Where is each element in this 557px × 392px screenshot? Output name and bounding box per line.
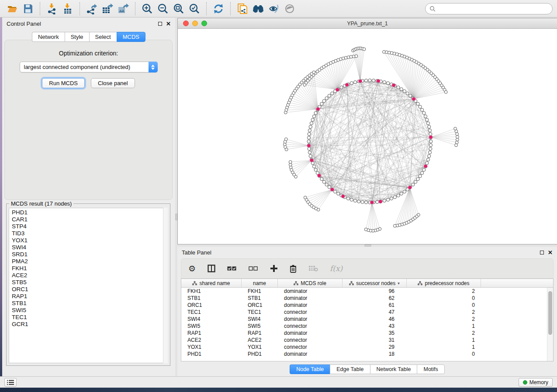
tab-node-table[interactable]: Node Table (290, 364, 330, 374)
cell-name[interactable]: RAP1 (242, 330, 278, 336)
zoom-in-icon[interactable] (141, 2, 154, 15)
column-header-MCDS-role[interactable]: MCDS role (278, 279, 343, 287)
graph-node[interactable] (393, 196, 396, 199)
graph-node[interactable] (387, 198, 390, 201)
graph-node[interactable] (325, 183, 328, 186)
close-panel-icon[interactable]: ✕ (548, 250, 553, 255)
graph-leaf-node[interactable] (456, 133, 459, 136)
graph-node[interactable] (403, 190, 406, 193)
graph-leaf-node[interactable] (355, 55, 358, 58)
cell-shared-name[interactable]: FKH1 (181, 288, 242, 294)
graph-node[interactable] (308, 133, 311, 136)
graph-node[interactable] (429, 144, 432, 147)
cell-name[interactable]: STB1 (242, 295, 278, 301)
graph-node[interactable] (353, 199, 356, 202)
graph-node[interactable] (350, 198, 353, 201)
cell-name[interactable]: SWI5 (242, 323, 278, 329)
tab-mcds[interactable]: MCDS (117, 32, 145, 42)
mcds-result-item[interactable]: RAP1 (12, 293, 167, 300)
graph-node[interactable] (308, 151, 311, 154)
graph-hub-node[interactable] (377, 79, 380, 83)
graph-node[interactable] (428, 155, 431, 158)
export-image-icon[interactable] (117, 2, 130, 15)
cell-successor-nodes[interactable]: 29 (343, 344, 407, 350)
run-mcds-button[interactable]: Run MCDS (42, 78, 85, 88)
graph-node[interactable] (322, 180, 325, 183)
graph-node[interactable] (307, 136, 310, 139)
add-column-icon[interactable] (270, 263, 278, 274)
graph-node[interactable] (309, 125, 312, 128)
graph-node[interactable] (428, 125, 431, 128)
graph-node[interactable] (421, 172, 424, 175)
cell-successor-nodes[interactable]: 18 (343, 351, 407, 357)
graph-node[interactable] (387, 82, 390, 85)
graph-node[interactable] (310, 122, 313, 125)
mcds-result-item[interactable]: GCR1 (12, 321, 167, 328)
cell-shared-name[interactable]: YOX1 (181, 344, 242, 350)
column-header-successor-nodes[interactable]: successor nodes▾ (343, 279, 407, 287)
cell-predecessor-nodes[interactable]: 2 (407, 309, 481, 315)
graph-node[interactable] (372, 79, 375, 82)
cell-shared-name[interactable]: SWI4 (181, 316, 242, 322)
zoom-fit-icon[interactable] (172, 2, 185, 15)
graph-hub-node[interactable] (392, 83, 395, 87)
column-header-predecessor-nodes[interactable]: predecessor nodes (407, 279, 481, 287)
graph-leaf-node[interactable] (444, 90, 447, 93)
graph-leaf-node[interactable] (304, 196, 307, 199)
export-table-icon[interactable] (101, 2, 114, 15)
cell-MCDS-role[interactable]: dominator (278, 295, 343, 301)
graph-hub-node[interactable] (370, 201, 374, 204)
graph-node[interactable] (428, 151, 431, 154)
column-header-name[interactable]: name (242, 279, 278, 287)
graph-hub-node[interactable] (408, 186, 412, 189)
table-row[interactable]: STB1STB1dominator620 (181, 295, 553, 302)
close-panel-button[interactable]: Close panel (91, 78, 135, 88)
cell-predecessor-nodes[interactable]: 2 (407, 316, 481, 322)
graph-node[interactable] (320, 102, 323, 105)
graph-leaf-node[interactable] (456, 135, 459, 138)
graph-node[interactable] (320, 178, 323, 181)
mcds-result-item[interactable]: SWI5 (12, 307, 167, 314)
export-network-icon[interactable] (85, 2, 98, 15)
graph-node[interactable] (340, 86, 343, 89)
graph-leaf-node[interactable] (455, 130, 458, 133)
cell-name[interactable]: PHD1 (242, 351, 278, 357)
graph-hub-node[interactable] (379, 200, 382, 203)
cell-successor-nodes[interactable]: 61 (343, 302, 407, 308)
graph-node[interactable] (428, 129, 431, 132)
column-header-shared-name[interactable]: shared name (181, 279, 242, 287)
graph-node[interactable] (368, 79, 371, 82)
graph-leaf-node[interactable] (364, 228, 367, 231)
settings-gear-icon[interactable]: ⚙ (188, 263, 196, 274)
graph-node[interactable] (322, 100, 325, 103)
graph-node[interactable] (422, 111, 426, 114)
mcds-result-item[interactable]: TEC1 (12, 314, 167, 321)
cell-predecessor-nodes[interactable]: 0 (407, 351, 481, 357)
search-box[interactable] (425, 3, 553, 14)
graph-node[interactable] (364, 79, 367, 82)
cell-MCDS-role[interactable]: dominator (278, 351, 343, 357)
graph-node[interactable] (346, 197, 349, 200)
cell-MCDS-role[interactable]: dominator (278, 288, 343, 294)
graph-hub-node[interactable] (330, 188, 334, 191)
graph-node[interactable] (426, 162, 429, 165)
show-panels-button[interactable] (4, 378, 17, 387)
memory-button[interactable]: Memory (519, 378, 553, 387)
graph-hub-node[interactable] (316, 107, 320, 111)
delete-column-icon[interactable] (290, 263, 297, 274)
table-row[interactable]: ACE2ACE2connector311 (181, 337, 553, 344)
table-row[interactable]: FKH1FKH1dominator962 (181, 288, 553, 295)
graph-node[interactable] (426, 118, 429, 121)
graph-node[interactable] (383, 199, 386, 202)
table-row[interactable]: SWI5SWI5connector431 (181, 323, 553, 330)
graph-node[interactable] (350, 82, 353, 85)
cell-predecessor-nodes[interactable]: 2 (407, 288, 481, 294)
graph-leaf-node[interactable] (363, 48, 366, 51)
table-row[interactable]: ORC1ORC1dominator610 (181, 302, 553, 309)
graph-node[interactable] (333, 190, 336, 193)
search-input[interactable] (436, 6, 548, 12)
table-row[interactable]: PHD1PHD1dominator180 (181, 351, 553, 358)
cell-shared-name[interactable]: ACE2 (181, 337, 242, 343)
tab-network[interactable]: Network (32, 32, 65, 42)
cell-MCDS-role[interactable]: connector (278, 337, 343, 343)
